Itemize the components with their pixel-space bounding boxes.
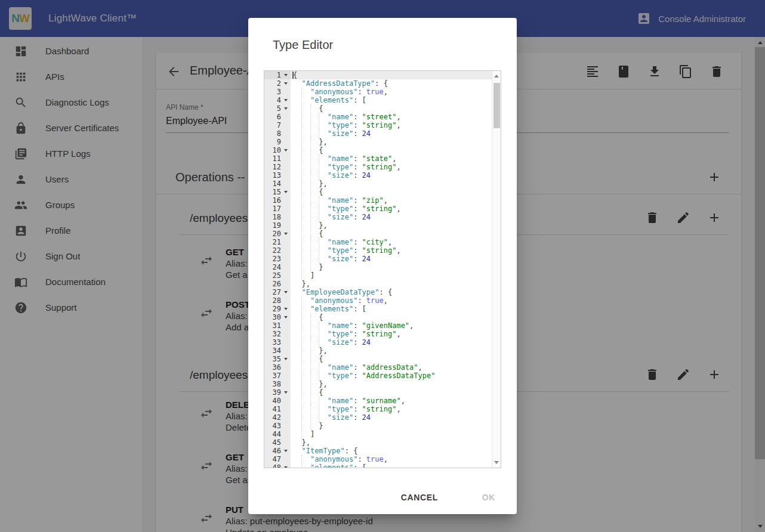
gutter-row: 36	[264, 363, 291, 372]
indent-guide	[301, 180, 302, 188]
fold-arrow-icon[interactable]	[281, 149, 291, 151]
editor-code-area[interactable]: { "AddressDataType": { "anonymous": true…	[291, 71, 492, 468]
indent-guide	[310, 205, 311, 213]
fold-arrow-icon[interactable]	[281, 466, 291, 468]
gutter-row: 4	[264, 96, 291, 104]
line-number: 22	[264, 246, 281, 255]
gutter-row: 22	[264, 246, 291, 255]
indent-guide	[301, 430, 302, 438]
ok-button[interactable]: OK	[477, 488, 500, 507]
text-cursor	[292, 72, 294, 79]
code-line: "name": "zip",	[291, 196, 492, 205]
gutter-row: 40	[264, 397, 291, 405]
json-code-editor[interactable]: 1234567891011121314151617181920212223242…	[264, 70, 501, 468]
gutter-row: 16	[264, 196, 291, 205]
gutter-row: 45	[264, 438, 291, 447]
fold-arrow-icon[interactable]	[281, 358, 291, 360]
editor-scrollbar[interactable]	[492, 71, 501, 468]
line-number: 31	[264, 321, 281, 330]
fold-arrow-icon[interactable]	[281, 99, 291, 101]
line-number: 21	[264, 238, 281, 246]
code-token: :	[353, 321, 362, 330]
code-line: }	[291, 263, 492, 271]
code-line: "name": "addressData",	[291, 363, 492, 372]
code-token: 24	[362, 413, 371, 422]
code-line: "elements": [	[291, 305, 492, 313]
code-token: : [	[353, 96, 366, 104]
line-number: 10	[264, 146, 281, 154]
gutter-row: 5	[264, 104, 291, 113]
code-token: "surname"	[362, 397, 401, 405]
indent-guide	[301, 154, 302, 163]
code-line: }	[291, 422, 492, 430]
indent-guide	[310, 405, 311, 413]
code-token: {	[293, 188, 323, 196]
indent-guide	[301, 121, 302, 129]
indent-guide	[319, 413, 319, 422]
code-line: "name": "surname",	[291, 397, 492, 405]
indent-guide	[301, 171, 302, 180]
code-token: "AddressDataType"	[362, 372, 436, 380]
indent-guide	[310, 321, 311, 330]
code-token: :	[357, 88, 366, 96]
code-token: "AddressDataType"	[301, 79, 375, 88]
code-token: "name"	[328, 113, 353, 121]
fold-arrow-icon[interactable]	[281, 308, 291, 310]
fold-arrow-icon[interactable]	[281, 316, 291, 318]
code-token: :	[357, 296, 366, 305]
fold-arrow-icon[interactable]	[281, 107, 291, 110]
indent-guide	[301, 338, 302, 347]
gutter-row: 11	[264, 154, 291, 163]
gutter-row: 8	[264, 129, 291, 138]
code-line: "type": "string",	[291, 246, 492, 255]
gutter-row: 34	[264, 347, 291, 355]
fold-arrow-icon[interactable]	[281, 291, 291, 293]
fold-arrow-icon[interactable]	[281, 450, 291, 452]
code-token: "name"	[328, 196, 353, 205]
line-number: 15	[264, 188, 281, 196]
code-token: :	[353, 196, 362, 205]
line-number: 41	[264, 405, 281, 413]
indent-guide	[301, 205, 302, 213]
fold-arrow-icon[interactable]	[281, 391, 291, 394]
gutter-row: 29	[264, 305, 291, 313]
indent-guide	[301, 347, 302, 355]
gutter-row: 48	[264, 463, 291, 468]
code-token: :	[353, 121, 362, 129]
code-token: "type"	[328, 372, 353, 380]
indent-guide	[319, 397, 319, 405]
fold-arrow-icon[interactable]	[281, 191, 291, 193]
code-token: true	[366, 296, 384, 305]
code-token: ,	[396, 113, 400, 121]
indent-guide	[301, 88, 302, 96]
indent-guide	[319, 129, 319, 138]
fold-arrow-icon[interactable]	[281, 82, 291, 85]
indent-guide	[310, 238, 311, 246]
fold-arrow-icon[interactable]	[281, 233, 291, 235]
code-line: },	[291, 280, 492, 288]
code-token: "EmployeeDataType"	[301, 288, 379, 296]
code-token: "type"	[328, 121, 353, 129]
editor-scroll-down-icon[interactable]	[494, 461, 499, 464]
code-token: ]	[293, 271, 314, 280]
indent-guide	[319, 363, 319, 372]
indent-guide	[310, 313, 311, 321]
editor-scrollbar-thumb[interactable]	[493, 83, 500, 128]
indent-guide	[301, 129, 302, 138]
line-number: 16	[264, 196, 281, 205]
code-token: :	[353, 171, 362, 180]
line-number: 6	[264, 113, 281, 121]
indent-guide	[310, 363, 311, 372]
code-line: "size": 24	[291, 338, 492, 347]
line-number: 40	[264, 397, 281, 405]
editor-scroll-up-icon[interactable]	[494, 75, 499, 78]
gutter-row: 35	[264, 355, 291, 363]
gutter-row: 42	[264, 413, 291, 422]
fold-arrow-icon[interactable]	[281, 74, 291, 76]
gutter-row: 27	[264, 288, 291, 296]
cancel-button[interactable]: CANCEL	[396, 488, 443, 507]
indent-guide	[301, 146, 302, 154]
indent-guide	[319, 154, 319, 163]
indent-guide	[310, 355, 311, 363]
indent-guide	[301, 397, 302, 405]
